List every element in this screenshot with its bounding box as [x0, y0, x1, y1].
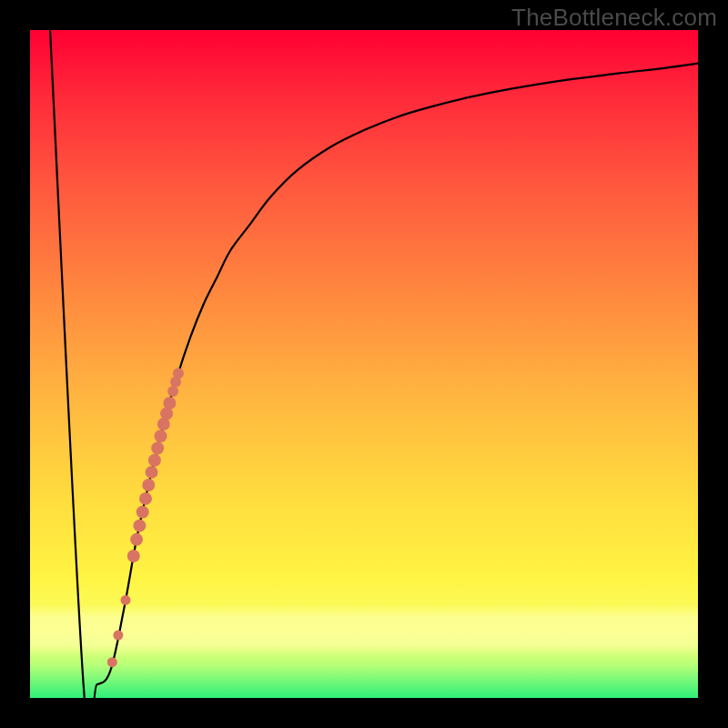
chart-frame: TheBottleneck.com: [0, 0, 728, 728]
marker-dot: [139, 492, 152, 505]
marker-dot: [133, 520, 146, 532]
marker-dot: [120, 595, 130, 605]
marker-dot: [146, 466, 158, 479]
bottleneck-curve: [50, 30, 698, 698]
marker-dot: [127, 550, 140, 562]
highlight-markers: [107, 368, 184, 667]
marker-dot: [136, 506, 149, 519]
marker-dot: [167, 386, 178, 397]
marker-dot: [107, 657, 117, 667]
marker-dot: [173, 368, 184, 379]
marker-dot: [142, 479, 155, 491]
marker-dot: [155, 430, 167, 442]
watermark-text: TheBottleneck.com: [511, 4, 717, 32]
marker-dot: [151, 441, 164, 454]
marker-dot: [113, 631, 123, 641]
marker-dot: [130, 533, 143, 546]
curve-svg: [30, 30, 698, 698]
marker-dot: [163, 397, 176, 410]
plot-area: [30, 30, 698, 698]
marker-dot: [148, 454, 161, 467]
